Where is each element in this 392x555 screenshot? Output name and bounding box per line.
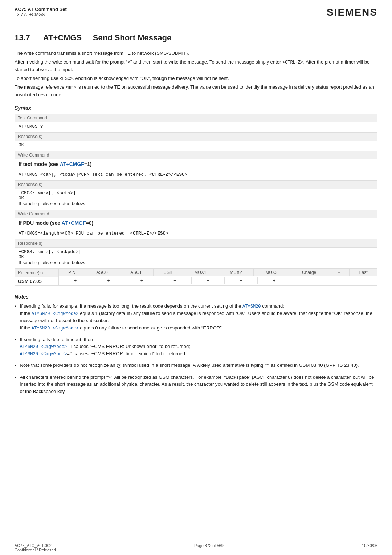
write-cmd2-label-row: Write Command: [15, 210, 377, 218]
note-2-line-3: AT^SM20 <CmgwMode>=0 causes “+CMS ERROR:…: [20, 351, 187, 356]
section-subtitle: Send Short Message: [93, 33, 171, 42]
header-title: AC75 AT Command Set: [15, 7, 67, 12]
note-1-content: If sending fails, for example, if a mess…: [20, 303, 377, 332]
pin-col-last: Last: [350, 269, 377, 276]
notes-heading: Notes: [15, 294, 377, 300]
val-mux2: +: [225, 277, 258, 284]
note-1-line-2: If the AT^SM20 <CmgwMode> equals 1 (fact…: [20, 311, 372, 323]
val-arrow: -: [320, 277, 349, 284]
ref-label: Reference(s): [15, 269, 58, 277]
bullet-4: •: [15, 374, 16, 381]
section-heading: 13.7 AT+CMGS Send Short Message: [15, 33, 377, 44]
bullet-1: •: [15, 303, 16, 310]
write-cmd1-label: Write Command: [15, 151, 377, 159]
note-1-line-3: If the AT^SM20 <CmgwMode> equals 0 any f…: [20, 325, 223, 331]
test-response-label: Response(s): [15, 133, 377, 141]
notes-list: • If sending fails, for example, if a me…: [15, 303, 377, 395]
val-pin: +: [59, 277, 92, 284]
write-cmd1-label-row: Write Command: [15, 151, 377, 159]
note-2-content: If sending fails due to timeout, then AT…: [20, 336, 377, 358]
pin-col-mux2: MUX2: [218, 269, 254, 276]
note-4-content: All characters entered behind the prompt…: [20, 374, 377, 395]
test-command-row: AT+CMGS=?: [15, 122, 377, 133]
note-4: • All characters entered behind the prom…: [15, 374, 377, 395]
write-cmd1-mode-row: If text mode (see AT+CMGF=1): [15, 159, 377, 170]
page-header: AC75 AT Command Set 13.7 AT+CMGS SIEMENS: [0, 0, 392, 22]
write-resp2-row: +CMGS: <mr>[, <ackpdu>]OK If sending fai…: [15, 248, 377, 269]
link-atcmgf1[interactable]: AT+CMGF: [60, 161, 84, 167]
header-logo: SIEMENS: [327, 7, 377, 18]
section-title: AT+CMGS: [43, 33, 82, 42]
write-cmd1-mode: If text mode (see AT+CMGF=1): [15, 159, 377, 170]
note-1-line-1: If sending fails, for example, if a mess…: [20, 303, 284, 309]
section-number: 13.7: [15, 33, 30, 42]
footer-confidential: Confidential / Released: [15, 548, 56, 552]
note-2-line-1: If sending fails due to timeout, then: [20, 337, 93, 342]
footer-left: AC75_ATC_V01.002 Confidential / Released: [15, 543, 56, 552]
pin-col-mux1: MUX1: [183, 269, 218, 276]
pin-col-arrow: →: [329, 269, 349, 276]
test-response-label-row: Response(s): [15, 133, 377, 141]
intro-line-4: The message reference <mr> is returned t…: [15, 84, 377, 98]
note-3-line-1: Note that some providers do not recogniz…: [20, 362, 359, 368]
write-cmd2-label: Write Command: [15, 210, 377, 218]
write-resp1-value: +CMGS: <mr>[, <scts>]OK If sending fails…: [15, 189, 377, 210]
ref-row: Reference(s) PIN ASC0 ASC1 USB MUX1: [15, 269, 377, 286]
page-footer: AC75_ATC_V01.002 Confidential / Released…: [0, 540, 392, 555]
val-charge: -: [291, 277, 320, 284]
intro-line-1: The write command transmits a short mess…: [15, 50, 377, 57]
write-resp1-label-row: Response(s): [15, 181, 377, 189]
footer-center: Page 372 of 569: [194, 543, 224, 552]
pin-col-pin: PIN: [59, 269, 85, 276]
write-cmd1-command-row: AT+CMGS=<da>[, <toda>]<CR> Text can be e…: [15, 170, 377, 181]
note-1: • If sending fails, for example, if a me…: [15, 303, 377, 332]
syntax-table: Test Command AT+CMGS=? Response(s) OK Wr…: [15, 114, 377, 286]
bullet-2: •: [15, 336, 16, 344]
val-mux1: +: [191, 277, 224, 284]
write-cmd2-command-row: AT+CMGS=<length><CR> PDU can be entered.…: [15, 229, 377, 239]
note-3-content: Note that some providers do not recogniz…: [20, 362, 377, 369]
write-resp2-label-row: Response(s): [15, 239, 377, 248]
link-atcmgf0[interactable]: AT+CMGF: [62, 220, 86, 226]
test-command-label-row: Test Command: [15, 114, 377, 122]
write-resp1-row: +CMGS: <mr>[, <scts>]OK If sending fails…: [15, 189, 377, 210]
intro-line-2: After invoking the write command wait fo…: [15, 58, 377, 73]
pin-col-charge: Charge: [289, 269, 329, 276]
write-resp2-label: Response(s): [15, 239, 377, 248]
note-4-line-1: All characters entered behind the prompt…: [20, 374, 374, 394]
val-usb: +: [158, 277, 191, 284]
ref-pin-cell: PIN ASC0 ASC1 USB MUX1 MUX2 MUX3 Charge: [58, 269, 377, 277]
val-asc0: +: [92, 277, 125, 284]
test-response-row: OK: [15, 141, 377, 151]
pin-col-mux3: MUX3: [254, 269, 289, 276]
note-2: • If sending fails due to timeout, then …: [15, 336, 377, 358]
write-resp1-label: Response(s): [15, 181, 377, 189]
main-content: 13.7 AT+CMGS Send Short Message The writ…: [0, 22, 392, 406]
ref-combined-table: Reference(s) PIN ASC0 ASC1 USB MUX1: [15, 269, 377, 285]
header-subtitle: 13.7 AT+CMGS: [15, 12, 67, 17]
pin-col-asc1: ASC1: [119, 269, 153, 276]
test-command-label: Test Command: [15, 114, 377, 122]
write-cmd1-command: AT+CMGS=<da>[, <toda>]<CR> Text can be e…: [15, 170, 377, 181]
note-2-line-2: AT^SM20 <CmgwMode>=1 causes “+CMS ERROR:…: [20, 344, 190, 349]
syntax-heading: Syntax: [15, 105, 377, 111]
bullet-3: •: [15, 362, 16, 369]
intro-line-3: To abort sending use <ESC>. Abortion is …: [15, 75, 377, 82]
ref-value: GSM 07.05: [15, 277, 58, 286]
val-asc1: +: [125, 277, 158, 284]
test-response-value: OK: [15, 141, 377, 151]
write-cmd2-mode: If PDU mode (see AT+CMGF=0): [15, 218, 377, 229]
footer-doc-id: AC75_ATC_V01.002: [15, 543, 56, 548]
note-3: • Note that some providers do not recogn…: [15, 362, 377, 369]
pin-values-table: + + + + + + + - - -: [59, 277, 377, 284]
footer-right: 10/30/06: [362, 543, 377, 552]
write-cmd2-command: AT+CMGS=<length><CR> PDU can be entered.…: [15, 229, 377, 239]
pin-table: PIN ASC0 ASC1 USB MUX1 MUX2 MUX3 Charge: [59, 269, 377, 276]
val-last: -: [349, 277, 377, 284]
ref-values-cell: + + + + + + + - - -: [58, 277, 377, 286]
header-left: AC75 AT Command Set 13.7 AT+CMGS: [15, 7, 67, 17]
write-cmd2-mode-row: If PDU mode (see AT+CMGF=0): [15, 218, 377, 229]
pin-col-usb: USB: [153, 269, 183, 276]
write-resp2-value: +CMGS: <mr>[, <ackpdu>]OK If sending fai…: [15, 248, 377, 269]
val-mux3: +: [258, 277, 291, 284]
